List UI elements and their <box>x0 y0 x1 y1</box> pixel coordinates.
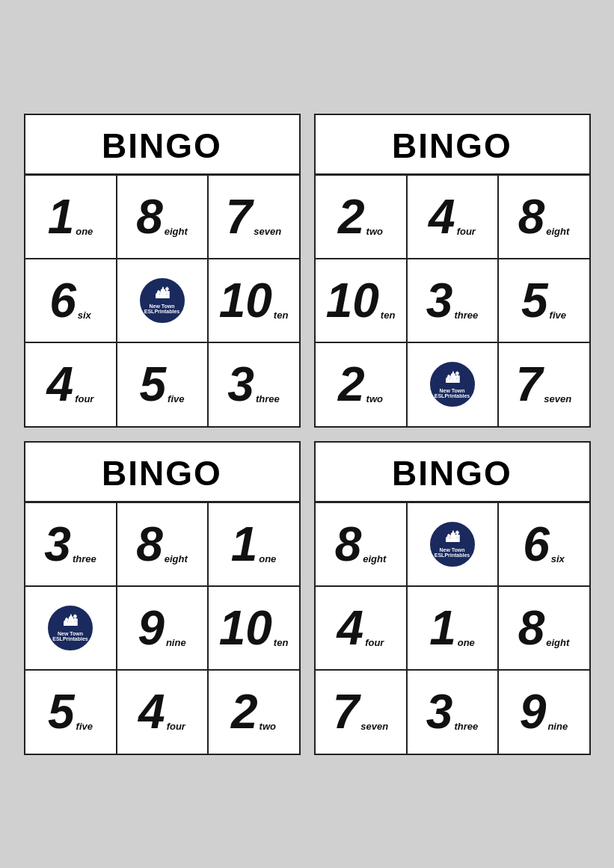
num-display: 9 nine <box>520 688 568 736</box>
number: 9 <box>138 604 165 652</box>
cell-4-2-2: 1 one <box>407 586 498 670</box>
number: 2 <box>231 688 258 736</box>
bingo-title-4: BINGO <box>316 443 589 502</box>
bingo-card-2: BINGO 2 two 4 four 8 <box>314 114 591 428</box>
num-display: 3 three <box>426 277 478 324</box>
cell-3-2-3: 10 ten <box>208 586 299 670</box>
number: 4 <box>429 193 455 241</box>
bingo-card-1: BINGO 1 one 8 eight 7 <box>24 114 301 428</box>
number: 8 <box>518 193 545 241</box>
num-display: 4 four <box>429 193 476 241</box>
num-display: 3 three <box>227 360 279 408</box>
word: eight <box>165 227 188 236</box>
logo: 🏙 New TownESLPrintables <box>430 522 475 567</box>
num-display: 7 seven <box>226 193 281 241</box>
number: 1 <box>429 604 456 652</box>
cell-4-1-3: 6 six <box>498 502 589 586</box>
word: three <box>73 554 96 564</box>
cell-4-3-3: 9 nine <box>498 670 589 754</box>
num-display: 8 eight <box>136 193 188 241</box>
word: one <box>259 554 276 564</box>
num-display: 5 five <box>140 360 185 408</box>
logo: 🏙 New TownESLPrintables <box>430 362 475 407</box>
word: ten <box>274 638 289 647</box>
num-display: 1 one <box>48 193 93 241</box>
cell-1-3: 7 seven <box>208 175 299 259</box>
number: 8 <box>518 604 545 652</box>
num-display: 1 one <box>231 520 277 568</box>
number: 8 <box>136 193 163 241</box>
cell-2-2-logo: 🏙 New TownESLPrintables <box>117 259 208 342</box>
cell-4-3-1: 7 seven <box>316 670 407 754</box>
number: 1 <box>48 193 75 241</box>
word: eight <box>546 638 569 647</box>
cell-2-1-3: 8 eight <box>498 175 589 259</box>
word: eight <box>165 554 188 564</box>
num-display: 3 three <box>426 688 478 736</box>
bingo-card-4: BINGO 8 eight 🏙 New TownESLPrintables <box>314 441 591 755</box>
num-display: 5 five <box>521 277 566 324</box>
cell-3-1-2: 8 eight <box>117 502 208 586</box>
cell-2-1-2: 4 four <box>407 175 498 259</box>
num-display: 2 two <box>338 360 383 408</box>
num-display: 4 four <box>337 604 384 652</box>
word: three <box>256 394 280 404</box>
word: eight <box>546 227 569 236</box>
cell-2-1-1: 2 two <box>316 175 407 259</box>
bingo-card-3: BINGO 3 three 8 eight 1 <box>24 441 301 755</box>
num-display: 2 two <box>231 688 276 736</box>
num-display: 10 ten <box>219 277 289 324</box>
word: five <box>550 310 566 320</box>
number: 2 <box>338 360 365 408</box>
cell-3-3-1: 5 five <box>25 670 117 754</box>
num-display: 9 nine <box>138 604 185 652</box>
word: five <box>168 394 184 404</box>
city-icon: 🏙 <box>64 614 77 630</box>
logo-text: New TownESLPrintables <box>144 304 179 314</box>
number: 3 <box>44 520 71 568</box>
num-display: 6 six <box>523 520 565 568</box>
bingo-title-3: BINGO <box>25 443 299 502</box>
cell-2-1: 6 six <box>25 259 117 342</box>
word: three <box>454 310 478 320</box>
cell-3-1-1: 3 three <box>25 502 117 586</box>
number: 6 <box>523 520 550 568</box>
num-display: 8 eight <box>518 604 570 652</box>
word: seven <box>360 721 388 731</box>
number: 6 <box>49 277 76 324</box>
num-display: 8 eight <box>518 193 570 241</box>
cell-2-3: 10 ten <box>208 259 299 342</box>
number: 2 <box>338 193 365 241</box>
cell-1-1: 1 one <box>25 175 117 259</box>
cell-4-2-1: 4 four <box>316 586 407 670</box>
number: 4 <box>138 688 165 736</box>
cards-row-top: BINGO 1 one 8 eight 7 <box>24 114 591 428</box>
word: four <box>365 638 384 647</box>
bingo-title-1: BINGO <box>25 115 299 175</box>
number: 7 <box>333 688 360 736</box>
num-display: 10 ten <box>219 604 289 652</box>
cell-2-3-2-logo: 🏙 New TownESLPrintables <box>407 342 498 426</box>
word: one <box>458 638 475 647</box>
cell-3-3-2: 4 four <box>117 670 208 754</box>
num-display: 7 seven <box>333 688 388 736</box>
city-icon: 🏙 <box>446 371 459 387</box>
word: one <box>76 227 93 236</box>
num-display: 1 one <box>429 604 475 652</box>
cell-3-3-3: 2 two <box>208 670 299 754</box>
word: four <box>167 721 185 731</box>
number: 3 <box>426 277 453 324</box>
word: seven <box>254 227 281 236</box>
word: two <box>366 394 383 404</box>
cell-3-2-1-logo: 🏙 New TownESLPrintables <box>25 586 117 670</box>
number: 5 <box>140 360 167 408</box>
number: 10 <box>219 604 272 652</box>
cell-2-3-1: 2 two <box>316 342 407 426</box>
page: BINGO 1 one 8 eight 7 <box>0 0 614 868</box>
word: eight <box>363 554 386 564</box>
cell-4-1-1: 8 eight <box>316 502 407 586</box>
number: 3 <box>426 688 453 736</box>
word: two <box>366 227 383 236</box>
word: four <box>457 227 476 236</box>
bingo-grid-1: 1 one 8 eight 7 seven <box>25 175 299 426</box>
